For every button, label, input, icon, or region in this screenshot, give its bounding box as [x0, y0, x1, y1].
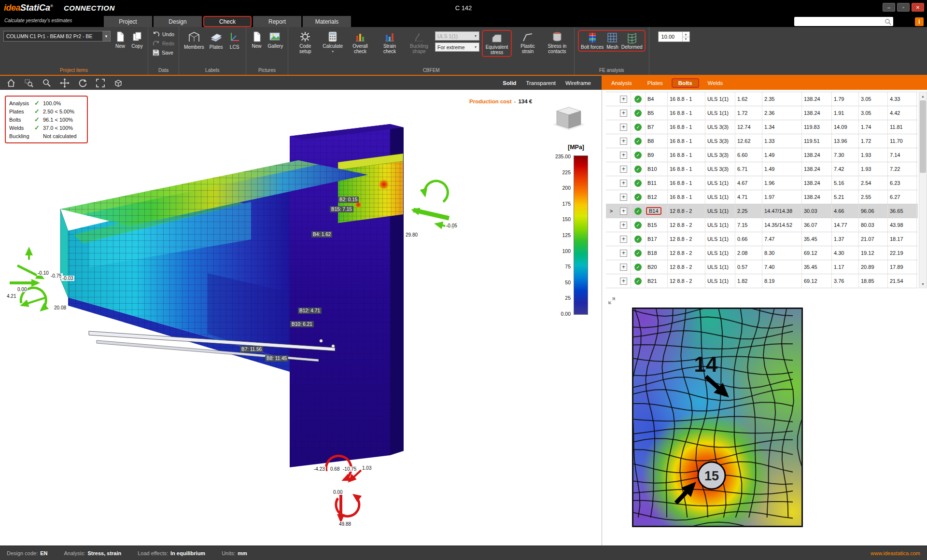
- lcs-labels-button[interactable]: LCS: [227, 30, 242, 51]
- rotate-button[interactable]: [77, 78, 88, 88]
- calculate-button[interactable]: Calculate ▾: [321, 30, 344, 55]
- row-chevron[interactable]: >: [606, 204, 617, 218]
- overall-check-button[interactable]: Overall check: [347, 30, 374, 55]
- tab-materials[interactable]: Materials: [303, 16, 351, 27]
- row-chevron[interactable]: [606, 92, 617, 106]
- zoom-fit-button[interactable]: [95, 78, 106, 88]
- deformation-scale-spinner[interactable]: 10.00 ▲ ▼: [658, 31, 690, 42]
- table-row-B11[interactable]: +✓B1116 8.8 - 1ULS 1(1)4.671.96138.245.1…: [606, 176, 918, 190]
- scroll-up-button[interactable]: ▲: [919, 92, 927, 100]
- maximize-button[interactable]: ▫: [897, 3, 910, 12]
- plus-icon[interactable]: +: [620, 236, 627, 243]
- row-chevron[interactable]: [606, 120, 617, 134]
- redo-button[interactable]: Redo: [152, 39, 175, 47]
- table-row-B10[interactable]: +✓B1016 8.8 - 1ULS 3(3)6.711.49138.247.4…: [606, 162, 918, 176]
- gallery-button[interactable]: Gallery: [267, 30, 285, 50]
- table-row-B8[interactable]: +✓B816 8.8 - 1ULS 3(3)12.621.33119.5113.…: [606, 134, 918, 148]
- section-view-button[interactable]: [113, 78, 124, 88]
- row-chevron[interactable]: [606, 260, 617, 274]
- search-input[interactable]: [796, 19, 885, 25]
- panel-tab-bolts[interactable]: Bolts: [672, 78, 699, 88]
- plus-icon[interactable]: +: [620, 124, 627, 131]
- model-viewport[interactable]: B2: 0.15B15: 7.15B4: 1.62B12: 4.71B10: 6…: [0, 90, 602, 546]
- search-box[interactable]: [794, 17, 893, 26]
- plus-icon[interactable]: +: [620, 96, 627, 103]
- row-chevron[interactable]: [606, 176, 617, 190]
- minimize-button[interactable]: –: [883, 3, 895, 12]
- table-row-B21[interactable]: +✓B2112 8.8 - 2ULS 1(1)1.828.1969.123.76…: [606, 274, 918, 288]
- load-case-select[interactable]: ULS 1(1)▾: [435, 31, 479, 41]
- plus-icon[interactable]: +: [620, 194, 627, 201]
- close-button[interactable]: ✕: [912, 3, 924, 12]
- row-chevron[interactable]: [606, 246, 617, 260]
- view-mode-wireframe[interactable]: Wireframe: [565, 80, 591, 86]
- pan-button[interactable]: [59, 78, 70, 88]
- table-row-B4[interactable]: +✓B416 8.8 - 1ULS 1(1)1.622.35138.241.79…: [606, 92, 918, 106]
- table-row-B9[interactable]: +✓B916 8.8 - 1ULS 3(3)6.601.49138.247.30…: [606, 148, 918, 162]
- buckling-shape-button[interactable]: Buckling shape: [406, 30, 433, 55]
- spin-up-button[interactable]: ▲: [683, 32, 689, 37]
- zoom-button[interactable]: [42, 78, 52, 88]
- table-row-B12[interactable]: +✓B1216 8.8 - 1ULS 1(1)4.711.97138.245.2…: [606, 190, 918, 204]
- table-row-B20[interactable]: +✓B2012 8.8 - 2ULS 1(1)0.577.4035.451.17…: [606, 260, 918, 274]
- stress-in-contacts-button[interactable]: Stress in contacts: [544, 30, 571, 55]
- panel-tab-welds[interactable]: Welds: [701, 78, 730, 88]
- row-chevron[interactable]: [606, 106, 617, 120]
- copy-item-button[interactable]: Copy: [130, 30, 144, 50]
- home-view-button[interactable]: [6, 78, 16, 88]
- members-labels-button[interactable]: Members: [183, 30, 206, 51]
- expand-detail-button[interactable]: [607, 296, 617, 306]
- table-row-B7[interactable]: +✓B716 8.8 - 1ULS 3(3)12.741.34119.8314.…: [606, 120, 918, 134]
- website-link[interactable]: www.ideastatica.com: [871, 550, 920, 556]
- extreme-select[interactable]: For extreme▾: [435, 42, 479, 52]
- save-button[interactable]: Save: [152, 48, 175, 56]
- info-button[interactable]: i: [915, 17, 924, 26]
- tab-design[interactable]: Design: [154, 16, 202, 27]
- plus-icon[interactable]: +: [620, 110, 627, 117]
- tab-check[interactable]: Check: [203, 16, 252, 27]
- plus-icon[interactable]: +: [620, 278, 627, 285]
- equivalent-stress-button[interactable]: Equivalent stress: [483, 31, 510, 56]
- table-row-B5[interactable]: +✓B516 8.8 - 1ULS 1(1)1.722.36138.241.91…: [606, 106, 918, 120]
- new-picture-button[interactable]: New: [250, 30, 264, 50]
- new-item-button[interactable]: New: [113, 30, 127, 50]
- table-row-B15[interactable]: +✓B1512 8.8 - 2ULS 1(1)7.1514.35/14.5236…: [606, 218, 918, 232]
- row-chevron[interactable]: [606, 232, 617, 246]
- spin-down-button[interactable]: ▼: [683, 37, 689, 42]
- row-chevron[interactable]: [606, 134, 617, 148]
- scroll-down-button[interactable]: ▼: [919, 280, 927, 288]
- row-chevron[interactable]: [606, 274, 617, 288]
- plus-icon[interactable]: +: [620, 250, 627, 257]
- deformed-button[interactable]: Deformed: [620, 31, 644, 51]
- mesh-button[interactable]: Mesh: [605, 31, 619, 51]
- plus-icon[interactable]: +: [620, 222, 627, 229]
- table-row-B17[interactable]: +✓B1712 8.8 - 2ULS 1(1)0.667.4735.451.37…: [606, 232, 918, 246]
- scroll-thumb[interactable]: [920, 100, 926, 173]
- tab-report[interactable]: Report: [253, 16, 301, 27]
- view-mode-solid[interactable]: Solid: [503, 80, 516, 86]
- panel-tab-analysis[interactable]: Analysis: [604, 78, 639, 88]
- orientation-cube[interactable]: [549, 103, 588, 134]
- plus-icon[interactable]: +: [620, 138, 627, 145]
- chevron-down-icon[interactable]: ▾: [102, 31, 110, 41]
- table-row-B18[interactable]: +✓B1812 8.8 - 2ULS 1(1)2.088.3069.124.30…: [606, 246, 918, 260]
- plus-icon[interactable]: +: [620, 152, 627, 159]
- project-items-combo[interactable]: COLUMN C1 Pr1 - BEAM B2 Pr2 - BE ▾: [3, 31, 111, 42]
- row-chevron[interactable]: [606, 162, 617, 176]
- plus-icon[interactable]: +: [620, 180, 627, 187]
- view-mode-transparent[interactable]: Transparent: [526, 80, 556, 86]
- panel-tab-plates[interactable]: Plates: [641, 78, 670, 88]
- row-chevron[interactable]: [606, 148, 617, 162]
- plus-icon[interactable]: +: [620, 166, 627, 173]
- strain-check-button[interactable]: Strain check: [376, 30, 403, 55]
- row-chevron[interactable]: [606, 218, 617, 232]
- tab-project[interactable]: Project: [104, 16, 152, 27]
- plates-labels-button[interactable]: Plates: [208, 30, 225, 51]
- bolt-forces-button[interactable]: Bolt forces: [579, 31, 605, 51]
- plastic-strain-button[interactable]: Plastic strain: [514, 30, 541, 55]
- undo-button[interactable]: Undo: [152, 30, 175, 38]
- zoom-window-button[interactable]: [24, 78, 34, 88]
- table-row-B14[interactable]: >+✓B1412 8.8 - 2ULS 1(1)2.2514.47/14.383…: [606, 204, 918, 218]
- table-scrollbar[interactable]: ▲ ▼: [919, 92, 927, 288]
- row-chevron[interactable]: [606, 190, 617, 204]
